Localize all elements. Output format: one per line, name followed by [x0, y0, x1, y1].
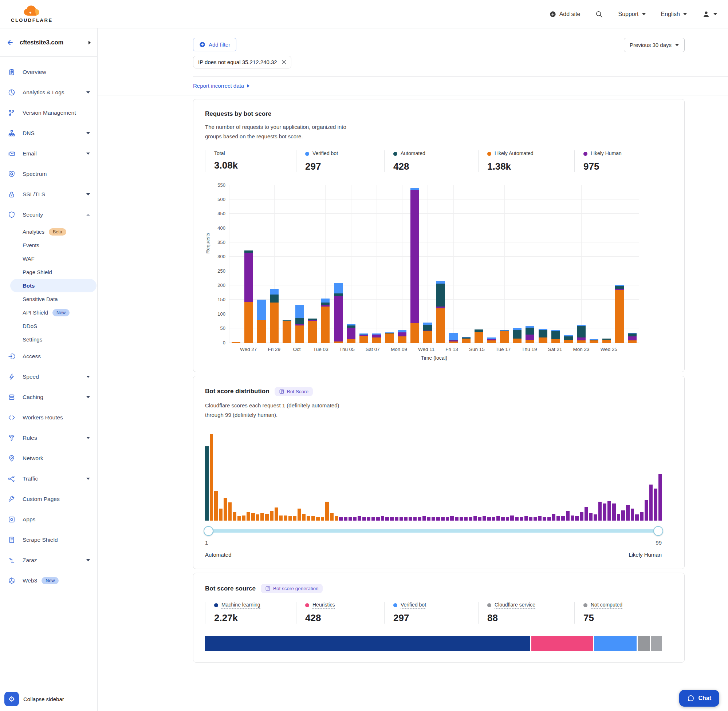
sidebar-item-spectrum[interactable]: Spectrum — [0, 164, 97, 184]
stat-label[interactable]: Automated — [400, 150, 425, 157]
sidebar-item-ddos[interactable]: DDoS — [0, 319, 97, 333]
gear-icon[interactable]: ⚙ — [4, 692, 19, 706]
remove-filter-icon[interactable] — [282, 60, 286, 65]
y-tick: 450 — [217, 211, 226, 216]
add-site-button[interactable]: Add site — [549, 11, 580, 18]
bar-segment-likely-automated — [270, 302, 279, 342]
bar-column — [332, 185, 344, 343]
sidebar-item-scrape-shield[interactable]: Scrape Shield — [0, 530, 97, 550]
slider-handle-max[interactable] — [653, 526, 663, 536]
bar-column — [473, 185, 485, 343]
sidebar-item-api-shield[interactable]: API ShieldNew — [0, 306, 97, 319]
search-button[interactable] — [595, 10, 603, 18]
bot-score-generation-badge[interactable]: Bot score generation — [261, 584, 323, 593]
bar-column — [549, 185, 562, 343]
account-menu[interactable] — [702, 10, 717, 18]
chat-button[interactable]: Chat — [679, 690, 719, 707]
stacked-bar — [398, 330, 406, 343]
sidebar-item-overview[interactable]: Overview — [0, 62, 97, 82]
bot-score-badge[interactable]: Bot Score — [275, 387, 313, 396]
sidebar-item-version-management[interactable]: Version Management — [0, 103, 97, 123]
sidebar-item-events[interactable]: Events — [0, 239, 97, 252]
chevron-right-icon[interactable] — [89, 41, 91, 44]
sidebar-item-apps[interactable]: Apps — [0, 509, 97, 530]
sidebar-item-custom-pages[interactable]: Custom Pages — [0, 489, 97, 509]
stat-label[interactable]: Likely Human — [591, 150, 622, 157]
x-tick — [485, 347, 496, 352]
cloudflare-logo[interactable]: CLOUDFLARE — [11, 5, 53, 23]
stat-label[interactable]: Verified bot — [313, 150, 338, 157]
bar-segment-likely-automated — [628, 341, 636, 342]
support-menu[interactable]: Support — [618, 11, 645, 18]
sidebar-item-caching[interactable]: Caching — [0, 387, 97, 407]
sidebar: cftestsite3.com Overview Analytics & Log… — [0, 28, 97, 711]
sidebar-item-bots[interactable]: Bots — [10, 279, 96, 292]
sidebar-item-page-shield[interactable]: Page Shield — [0, 266, 97, 279]
report-incorrect-data-link[interactable]: Report incorrect data — [193, 83, 250, 89]
sidebar-item-dns[interactable]: DNS — [0, 123, 97, 143]
bar-segment-likely-automated — [590, 341, 598, 342]
sidebar-item-ssl-tls[interactable]: SSL/TLS — [0, 184, 97, 205]
chevron-down-icon — [86, 396, 90, 398]
sidebar-item-speed[interactable]: Speed — [0, 367, 97, 387]
histogram-bar — [316, 517, 320, 521]
bar-segment-likely-human — [372, 335, 381, 338]
slider-track[interactable] — [205, 530, 662, 533]
bar-segment-verified-bot — [321, 298, 329, 302]
collapse-sidebar[interactable]: ⚙ Collapse sidebar — [0, 687, 97, 711]
histogram-bar — [251, 513, 255, 521]
sidebar-item-network[interactable]: Network — [0, 448, 97, 469]
spectrum-icon — [8, 170, 15, 178]
date-range-dropdown[interactable]: Previous 30 days — [624, 38, 685, 52]
histogram-bar — [635, 515, 639, 521]
histogram-bar — [506, 517, 509, 521]
histogram-bar — [538, 516, 542, 521]
sidebar-item-traffic[interactable]: Traffic — [0, 469, 97, 489]
histogram-bar — [455, 517, 459, 521]
sidebar-item-settings[interactable]: Settings — [0, 333, 97, 346]
chat-bubble-icon — [687, 695, 694, 702]
y-axis-title: Requests — [205, 233, 211, 254]
sidebar-item-sensitive-data[interactable]: Sensitive Data — [0, 292, 97, 306]
sidebar-item-web3[interactable]: Web3New — [0, 571, 97, 591]
stat-label[interactable]: Not computed — [591, 602, 622, 609]
sidebar-item-waf[interactable]: WAF — [0, 252, 97, 266]
sidebar-item-analytics[interactable]: AnalyticsBeta — [0, 225, 97, 239]
stat-label[interactable]: Cloudflare service — [495, 602, 535, 609]
requests-by-bot-score-card: Requests by bot score The number of requ… — [193, 99, 685, 372]
sidebar-item-analytics-logs[interactable]: Analytics & Logs — [0, 82, 97, 103]
sidebar-item-access[interactable]: Access — [0, 346, 97, 367]
sidebar-item-zaraz[interactable]: Zaraz — [0, 550, 97, 571]
bar-column — [511, 185, 524, 343]
sidebar-item-email[interactable]: Email — [0, 143, 97, 164]
x-tick: Oct — [291, 347, 302, 352]
sidebar-item-security[interactable]: Security — [0, 205, 97, 225]
bar-segment-automated — [526, 327, 534, 335]
histogram-bar — [533, 517, 537, 521]
add-filter-button[interactable]: Add filter — [193, 38, 236, 51]
histogram-bar — [404, 517, 408, 521]
stat-label[interactable]: Verified bot — [400, 602, 426, 609]
back-arrow-icon[interactable] — [7, 39, 14, 46]
slider-handle-min[interactable] — [204, 526, 213, 536]
stat-label[interactable]: Heuristics — [313, 602, 335, 609]
bar-segment-likely-human — [577, 338, 586, 341]
stacked-bar — [270, 289, 279, 342]
legend-dot — [305, 152, 309, 156]
stacked-bar — [500, 330, 509, 342]
stat-verified-bot: Verified bot 297 — [384, 602, 478, 624]
histogram-bar — [344, 517, 347, 521]
stat-label[interactable]: Machine learning — [222, 602, 260, 609]
bar-segment-verified-bot — [257, 299, 266, 320]
x-tick: Tue 17 — [496, 347, 511, 352]
stat-label[interactable]: Likely Automated — [495, 150, 533, 157]
histogram-bar — [224, 498, 227, 521]
card-title: Bot score source — [205, 585, 255, 592]
histogram-bar — [279, 515, 283, 521]
sidebar-item-workers-routes[interactable]: Workers Routes — [0, 407, 97, 428]
bar-segment-likely-automated — [334, 341, 343, 343]
ssl-icon — [8, 191, 15, 198]
sidebar-item-rules[interactable]: Rules — [0, 428, 97, 448]
histogram-bar — [353, 517, 357, 521]
language-menu[interactable]: English — [661, 11, 687, 18]
